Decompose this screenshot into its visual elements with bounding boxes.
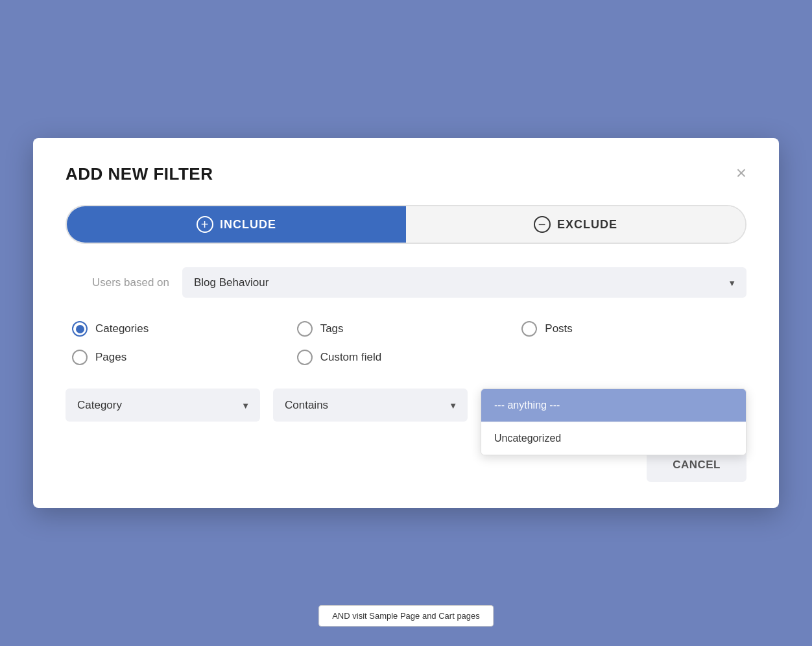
radio-label-posts: Posts — [545, 322, 573, 335]
exclude-icon: − — [534, 216, 551, 233]
include-exclude-toggle: + INCLUDE − EXCLUDE — [66, 205, 746, 244]
filter-dropdowns-row: Category Tag Post Page Contains Does not… — [66, 389, 746, 422]
contains-dropdown[interactable]: Contains Does not contain Is Is not — [273, 389, 468, 422]
radio-custom-field[interactable]: Custom field — [297, 350, 522, 365]
background-bottom-text: AND visit Sample Page and Cart pages — [318, 605, 494, 627]
radio-label-categories: Categories — [95, 322, 149, 335]
radio-label-tags: Tags — [320, 322, 344, 335]
modal-header: ADD NEW FILTER × — [66, 164, 746, 184]
users-based-on-label: Users based on — [66, 276, 169, 289]
modal-title: ADD NEW FILTER — [66, 164, 213, 184]
contains-dropdown-wrapper: Contains Does not contain Is Is not — [273, 389, 468, 422]
include-icon: + — [197, 216, 213, 233]
close-button[interactable]: × — [736, 164, 746, 182]
exclude-button[interactable]: − EXCLUDE — [406, 206, 745, 243]
filter-select[interactable]: Blog Behaviour Page Behaviour Custom Eve… — [182, 267, 746, 298]
category-dropdown-wrapper: Category Tag Post Page — [66, 389, 260, 422]
radio-tags[interactable]: Tags — [297, 321, 522, 337]
include-label: INCLUDE — [220, 218, 276, 232]
radio-circle-pages — [72, 350, 88, 365]
users-based-on-row: Users based on Blog Behaviour Page Behav… — [66, 267, 746, 298]
category-dropdown[interactable]: Category Tag Post Page — [66, 389, 260, 422]
radio-circle-custom-field — [297, 350, 313, 365]
radio-label-pages: Pages — [95, 351, 126, 364]
value-option-uncategorized[interactable]: Uncategorized — [481, 422, 746, 455]
include-button[interactable]: + INCLUDE — [67, 206, 406, 243]
filter-select-wrapper: Blog Behaviour Page Behaviour Custom Eve… — [182, 267, 746, 298]
filter-dropdowns-container: Category Tag Post Page Contains Does not… — [66, 389, 746, 482]
radio-circle-posts — [521, 321, 537, 337]
radio-label-custom-field: Custom field — [320, 351, 381, 364]
radio-categories[interactable]: Categories — [72, 321, 297, 337]
value-option-anything[interactable]: --- anything --- — [481, 389, 746, 422]
radio-circle-categories — [72, 321, 88, 337]
value-dropdown-popup: --- anything --- Uncategorized — [481, 389, 746, 455]
exclude-label: EXCLUDE — [557, 218, 617, 232]
radio-posts[interactable]: Posts — [521, 321, 746, 337]
radio-pages[interactable]: Pages — [72, 350, 297, 365]
radio-circle-tags — [297, 321, 313, 337]
value-dropdown-wrapper: --- anything --- Uncategorized — [481, 389, 746, 422]
add-filter-modal: ADD NEW FILTER × + INCLUDE − EXCLUDE Use… — [33, 138, 779, 508]
radio-options-grid: Categories Tags Posts Pages Custom field — [66, 321, 746, 365]
